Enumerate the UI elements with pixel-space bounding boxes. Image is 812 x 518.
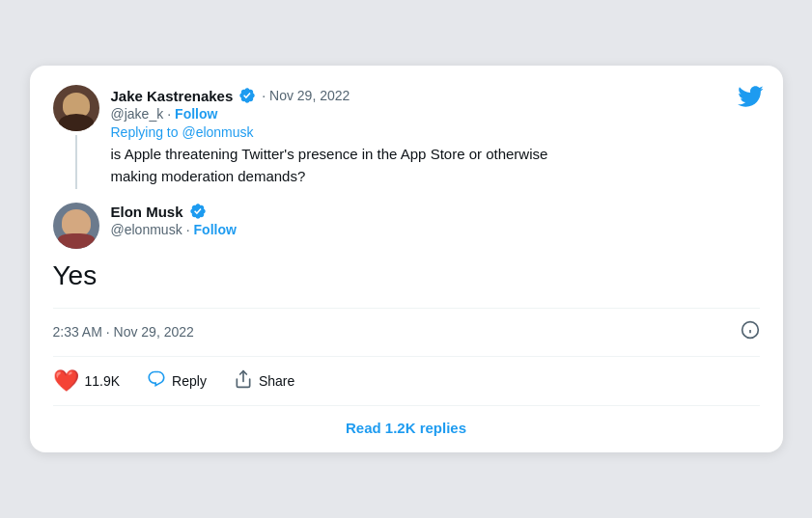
main-handle-follow: @elonmusk · Follow bbox=[111, 222, 237, 237]
elon-avatar bbox=[53, 203, 99, 249]
main-tweet-text: Yes bbox=[53, 259, 760, 293]
main-handle: @elonmusk bbox=[111, 222, 182, 237]
reply-follow-button[interactable]: Follow bbox=[175, 106, 217, 122]
main-dot-sep: · bbox=[186, 222, 190, 237]
main-tweet-header: Elon Musk @elonmusk · Follow bbox=[53, 203, 760, 249]
reply-icon bbox=[147, 369, 166, 392]
share-label: Share bbox=[259, 373, 294, 389]
reply-tweet-header: Jake Kastrenakes · Nov 29, 2022 bbox=[111, 87, 760, 104]
share-button[interactable]: Share bbox=[234, 369, 294, 392]
like-button[interactable]: ❤️ 11.9K bbox=[53, 368, 121, 394]
reply-handle-follow: @jake_k · Follow bbox=[111, 106, 760, 122]
share-icon bbox=[234, 369, 253, 392]
info-icon[interactable] bbox=[741, 320, 760, 344]
read-replies-button[interactable]: Read 1.2K replies bbox=[346, 420, 466, 436]
read-replies-row: Read 1.2K replies bbox=[53, 405, 760, 452]
reply-tweet-container: Jake Kastrenakes · Nov 29, 2022 @jake_k … bbox=[53, 85, 760, 189]
main-tweet-author-info: Elon Musk @elonmusk · Follow bbox=[111, 203, 237, 240]
replying-to-label: Replying to @elonmusk bbox=[111, 124, 760, 140]
actions-row: ❤️ 11.9K Reply Share bbox=[53, 356, 760, 405]
reply-handle: @jake_k bbox=[111, 106, 164, 122]
likes-count: 11.9K bbox=[85, 373, 121, 389]
replying-to-handle[interactable]: @elonmusk bbox=[182, 124, 253, 140]
reply-dot-sep: · bbox=[167, 106, 171, 122]
main-tweet-container: Elon Musk @elonmusk · Follow Yes 2:33 AM… bbox=[53, 203, 760, 451]
main-follow-button[interactable]: Follow bbox=[194, 222, 237, 237]
reply-button[interactable]: Reply bbox=[147, 369, 207, 392]
heart-icon: ❤️ bbox=[53, 368, 79, 394]
main-verified-icon bbox=[189, 203, 207, 220]
main-author-name-row: Elon Musk bbox=[111, 203, 237, 220]
reply-tweet-text: is Apple threatening Twitter's presence … bbox=[111, 144, 760, 187]
reply-tweet-content: Jake Kastrenakes · Nov 29, 2022 @jake_k … bbox=[111, 85, 760, 189]
reply-tweet-avatar-col bbox=[53, 85, 99, 189]
reply-author-name: Jake Kastrenakes bbox=[111, 88, 234, 104]
jake-avatar bbox=[53, 85, 99, 131]
reply-tweet-date: · Nov 29, 2022 bbox=[262, 88, 350, 103]
tweet-card: Jake Kastrenakes · Nov 29, 2022 @jake_k … bbox=[30, 66, 783, 451]
timestamp-row: 2:33 AM · Nov 29, 2022 bbox=[53, 308, 760, 356]
twitter-logo-icon bbox=[737, 83, 764, 117]
reply-verified-icon bbox=[238, 87, 256, 104]
tweet-timestamp: 2:33 AM · Nov 29, 2022 bbox=[53, 324, 194, 340]
main-author-name: Elon Musk bbox=[111, 204, 183, 220]
thread-line bbox=[75, 135, 77, 189]
reply-label: Reply bbox=[172, 373, 207, 389]
